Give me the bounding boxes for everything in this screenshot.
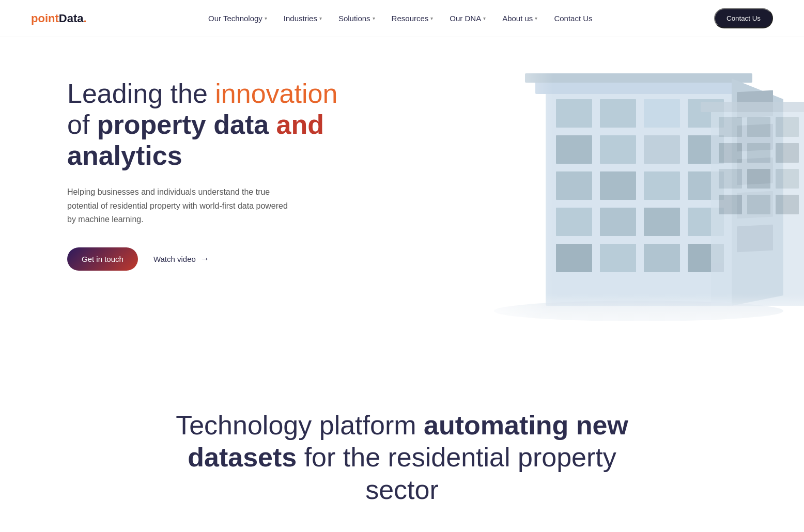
logo[interactable]: pointData. bbox=[31, 12, 87, 25]
hero-content: Leading the innovation of property data … bbox=[67, 68, 337, 271]
nav-item-resources[interactable]: Resources ▾ bbox=[385, 10, 440, 27]
chevron-down-icon: ▾ bbox=[319, 15, 322, 21]
nav-label-contact-us: Contact Us bbox=[554, 14, 592, 23]
section-2-title-plain: Technology platform bbox=[176, 410, 424, 440]
chevron-down-icon: ▾ bbox=[373, 15, 375, 21]
nav-item-industries[interactable]: Industries ▾ bbox=[277, 10, 328, 27]
hero-title: Leading the innovation of property data … bbox=[67, 79, 337, 171]
nav-item-about-us[interactable]: About us ▾ bbox=[496, 10, 544, 27]
watch-video-button[interactable]: Watch video → bbox=[153, 254, 209, 264]
chevron-down-icon: ▾ bbox=[535, 15, 537, 21]
nav-label-solutions: Solutions bbox=[338, 14, 370, 23]
section-2-title-end: for the residential property sector bbox=[297, 442, 616, 504]
nav-label-resources: Resources bbox=[392, 14, 429, 23]
get-in-touch-button[interactable]: Get in touch bbox=[67, 247, 138, 271]
hero-buttons: Get in touch Watch video → bbox=[67, 247, 337, 271]
nav-item-our-dna[interactable]: Our DNA ▾ bbox=[443, 10, 492, 27]
hero-title-line2: of property data and bbox=[67, 109, 324, 139]
watch-video-label: Watch video bbox=[153, 255, 196, 263]
logo-point: point bbox=[31, 12, 59, 25]
nav-cta-button[interactable]: Contact Us bbox=[714, 8, 773, 28]
nav-item-technology[interactable]: Our Technology ▾ bbox=[202, 10, 273, 27]
chevron-down-icon: ▾ bbox=[265, 15, 267, 21]
arrow-icon: → bbox=[200, 254, 209, 264]
nav-item-solutions[interactable]: Solutions ▾ bbox=[332, 10, 381, 27]
hero-title-line3: analytics bbox=[67, 140, 182, 170]
logo-data: Data bbox=[59, 12, 84, 25]
logo-dot: . bbox=[83, 12, 86, 25]
hero-title-line1: Leading the innovation bbox=[67, 79, 337, 108]
nav-item-contact-us[interactable]: Contact Us bbox=[548, 10, 598, 27]
chevron-down-icon: ▾ bbox=[430, 15, 433, 21]
nav-label-technology: Our Technology bbox=[208, 14, 262, 23]
section-2-title: Technology platform automating newdatase… bbox=[169, 409, 635, 506]
nav-links: Our Technology ▾ Industries ▾ Solutions … bbox=[202, 10, 599, 27]
nav-label-about-us: About us bbox=[502, 14, 533, 23]
chevron-down-icon: ▾ bbox=[483, 15, 486, 21]
hero-fade-overlay bbox=[0, 295, 804, 357]
section-2: Technology platform automating newdatase… bbox=[0, 357, 804, 532]
nav-label-industries: Industries bbox=[284, 14, 317, 23]
hero-description: Helping businesses and individuals under… bbox=[67, 185, 295, 226]
navbar: pointData. Our Technology ▾ Industries ▾… bbox=[0, 0, 804, 37]
nav-label-our-dna: Our DNA bbox=[450, 14, 481, 23]
hero-section: Leading the innovation of property data … bbox=[0, 37, 804, 357]
